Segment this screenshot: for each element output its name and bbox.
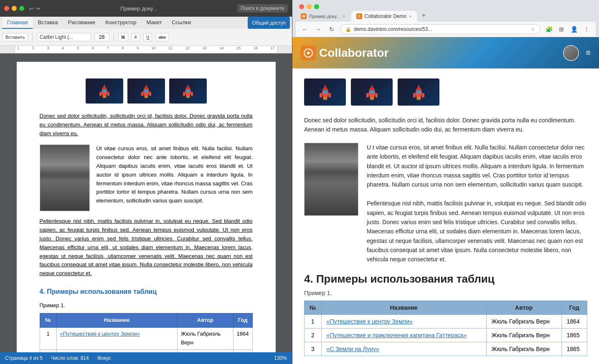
ruler-mark: 9 xyxy=(137,46,139,50)
browser-float-text: U t vitae cursus eros, sit amet finibus … xyxy=(367,143,587,264)
svg-marker-20 xyxy=(322,85,328,91)
browser-table-row: 3 «С Земли на Луну» Жюль Габриэль Верн 1… xyxy=(305,342,587,356)
underline-button[interactable]: Ч xyxy=(143,33,152,41)
tab-references[interactable]: Ссылки xyxy=(167,17,196,29)
ruler-mark: 1 xyxy=(17,46,19,50)
bold-button[interactable]: Ж xyxy=(118,33,128,41)
svg-point-5 xyxy=(102,96,107,98)
svg-marker-1 xyxy=(102,84,107,90)
tab-close-active[interactable]: × xyxy=(409,14,411,19)
tab-design[interactable]: Конструктор xyxy=(100,17,141,29)
user-avatar[interactable] xyxy=(563,45,579,61)
refresh-button[interactable]: ↻ xyxy=(327,24,337,34)
browser-table-row: 2 «Путешествие и приключения капитана Га… xyxy=(305,328,587,342)
browser-close[interactable] xyxy=(299,4,304,9)
menu-button[interactable]: ⋮ xyxy=(581,24,591,34)
doc-paragraph-1: Donec sed dolor sollicitudin, sollicitud… xyxy=(40,112,253,138)
svg-rect-28 xyxy=(375,93,378,98)
browser-minimize[interactable] xyxy=(307,4,312,9)
doc-float-section: Ut vitae cursus eros, sit amet finibus e… xyxy=(40,144,253,211)
italic-button[interactable]: К xyxy=(132,33,140,41)
lock-icon: 🔒 xyxy=(345,27,351,32)
undo-icon[interactable]: ↩ xyxy=(29,5,34,12)
focus-mode[interactable]: Фокус xyxy=(97,355,111,361)
left-panel: ↩ ↪ Пример доку... Поиск в документе Гла… xyxy=(0,0,292,364)
ribbon-tools: Вставить Calibri Light (... 28 Ж К Ч abc xyxy=(0,29,292,46)
table-header-author: Автор xyxy=(177,313,233,328)
ruler: 1 2 3 4 5 6 7 8 9 10 11 12 13 14 15 16 1… xyxy=(0,46,292,53)
browser-float-section: U t vitae cursus eros, sit amet finibus … xyxy=(304,143,587,264)
forward-button[interactable]: → xyxy=(313,24,323,34)
browser-cell-year: 1865 xyxy=(561,342,587,356)
svg-rect-3 xyxy=(107,92,109,96)
ruler-mark: 8 xyxy=(122,46,124,50)
browser-float-text-2: Pellentesque nisl nibh, mattis facilisis… xyxy=(367,199,587,264)
svg-point-4 xyxy=(103,89,106,93)
browser-tabs: W Пример доку... × C Collaborator Demo ×… xyxy=(296,9,596,22)
table-cell-title: «Путешествие и приключения капитана Гатт… xyxy=(56,349,177,352)
new-tab-button[interactable]: + xyxy=(418,9,430,22)
ruler-mark: 10 xyxy=(152,46,156,50)
tab-layout[interactable]: Макет xyxy=(141,17,167,29)
doc-full-paragraph: Pellentesque nisl nibh, mattis facilisis… xyxy=(40,217,253,278)
back-button[interactable]: ← xyxy=(300,24,310,34)
paste-button[interactable]: Вставить xyxy=(3,33,28,41)
header-menu-button[interactable]: ≡ xyxy=(586,48,591,58)
browser-float-text-1: U t vitae cursus eros, sit amet finibus … xyxy=(367,143,587,190)
tab-home[interactable]: Главная xyxy=(2,17,33,29)
ruler-mark: 16 xyxy=(254,46,258,50)
table-cell-num: 2 xyxy=(40,349,56,352)
word-count: Число слов: 814 xyxy=(51,355,89,361)
svg-rect-21 xyxy=(320,93,322,98)
svg-rect-22 xyxy=(328,93,331,98)
table-link[interactable]: «Путешествие к центру Земли» xyxy=(60,331,140,337)
font-size[interactable]: 28 xyxy=(94,33,109,41)
browser-table-link[interactable]: «Путешествие и приключения капитана Гатт… xyxy=(327,332,467,339)
tab-insert[interactable]: Вставка xyxy=(33,17,63,29)
extensions-button[interactable]: 🧩 xyxy=(544,24,554,34)
doc-image-1 xyxy=(86,78,123,104)
svg-point-17 xyxy=(186,96,190,98)
star-icon[interactable]: ☆ xyxy=(531,27,535,32)
svg-rect-2 xyxy=(99,92,102,96)
search-bar[interactable]: Поиск в документе xyxy=(237,4,288,13)
browser-table-link[interactable]: «С Земли на Луну» xyxy=(327,346,379,352)
svg-point-16 xyxy=(186,89,190,93)
browser-cell-year: 1865 xyxy=(561,328,587,342)
strikethrough-button[interactable]: abc xyxy=(155,33,169,41)
redo-icon[interactable]: ↪ xyxy=(36,5,40,12)
share-button[interactable]: Общий доступ xyxy=(248,17,290,29)
browser-cell-year: 1864 xyxy=(561,314,587,328)
svg-marker-32 xyxy=(416,85,421,91)
svg-rect-14 xyxy=(183,92,185,96)
svg-point-30 xyxy=(369,97,374,100)
browser-table-link[interactable]: «Путешествие к центру Земли» xyxy=(327,318,413,325)
ruler-mark: 5 xyxy=(77,46,79,50)
browser-maximize[interactable] xyxy=(314,4,319,9)
collaborator-header: Collaborator ≡ xyxy=(292,37,599,68)
address-bar[interactable]: 🔒 demo.davintoo.com/resources/53... ☆ xyxy=(340,24,541,34)
collaborator-logo: Collaborator xyxy=(301,46,388,61)
portrait-face xyxy=(40,145,89,211)
browser-cell-author: Жюль Габриэль Верн xyxy=(486,328,561,342)
svg-rect-33 xyxy=(413,93,416,98)
font-selector[interactable]: Calibri Light (... xyxy=(37,33,91,41)
browser-tab-inactive[interactable]: W Пример доку... × xyxy=(296,11,350,22)
zoom-level: 130% xyxy=(274,355,287,361)
maximize-button[interactable] xyxy=(19,6,24,11)
doc-image-2 xyxy=(127,78,165,104)
browser-tab-active[interactable]: C Collaborator Demo × xyxy=(351,11,417,22)
ruler-mark: 13 xyxy=(203,46,207,50)
table-header-num: № xyxy=(40,313,56,328)
browser-table-header-num: № xyxy=(305,301,322,314)
table-row: 2 «Путешествие и приключения капитана Га… xyxy=(40,349,252,352)
profile-button[interactable]: 👤 xyxy=(569,24,579,34)
bookmark-button[interactable]: ⊞ xyxy=(556,24,566,34)
browser-image-3 xyxy=(398,78,439,106)
tab-close-inactive[interactable]: × xyxy=(343,14,345,19)
minimize-button[interactable] xyxy=(12,6,17,11)
browser-addressbar: ← → ↻ 🔒 demo.davintoo.com/resources/53..… xyxy=(296,22,596,37)
tab-draw[interactable]: Рисование xyxy=(63,17,100,29)
close-button[interactable] xyxy=(4,6,9,11)
browser-cell-title: «С Земли на Луну» xyxy=(321,342,486,356)
